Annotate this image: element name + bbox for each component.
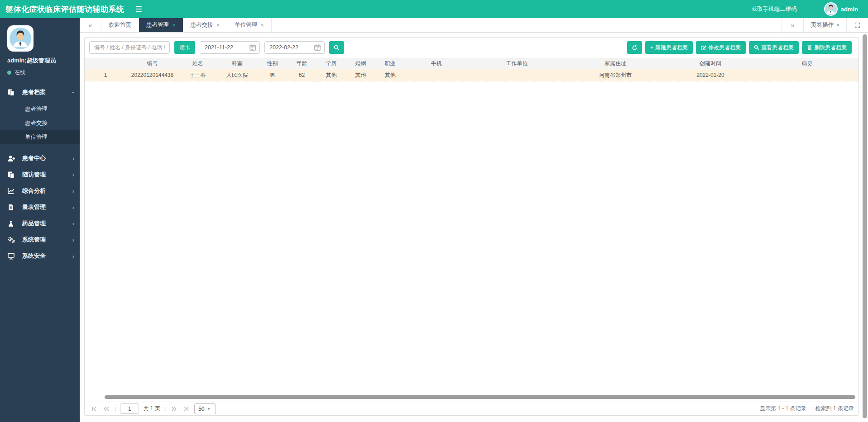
scroll-tabs-left-button[interactable]: « [80,18,101,32]
horizontal-scrollbar[interactable] [105,395,855,399]
col-header[interactable]: 科室 [217,58,258,69]
edit-patient-button[interactable]: 修改患者档案 [696,41,746,54]
first-page-button[interactable] [90,405,98,413]
menu-label: 患者档案 [22,88,46,96]
col-header[interactable]: 家庭住址 [566,58,665,69]
sidebar-item-system-security[interactable]: 系统安全 › [0,248,80,264]
edit-patient-label: 修改患者档案 [708,44,741,52]
col-header[interactable]: 学历 [317,58,346,69]
sidebar-item-analysis[interactable]: 综合分析 › [0,183,80,199]
sidebar-toggle-icon[interactable]: ☰ [135,5,142,13]
sidebar-item-followup-manage[interactable]: 随访管理 › [0,166,80,183]
topbar-username[interactable]: admin [841,6,858,13]
col-header[interactable]: 姓名 [178,58,217,69]
col-header[interactable]: 职业 [375,58,405,69]
fullscreen-button[interactable] [846,18,868,32]
prev-page-icon [103,406,110,412]
read-card-button[interactable]: 读卡 [174,41,195,54]
cell: 20220120144438 [126,69,178,81]
col-header[interactable]: 创建时间 [665,58,756,69]
sidebar-item-patient-center[interactable]: 患者中心 › [0,150,80,166]
sidebar-item-system-manage[interactable]: 系统管理 › [0,232,80,248]
sidebar-subitem-unit-manage[interactable]: 单位管理 [0,130,80,144]
cell: 男 [258,69,287,81]
prev-page-button[interactable] [102,405,110,413]
create-patient-button[interactable]: + 新建患者档案 [645,41,693,54]
double-left-icon: « [89,22,92,29]
file-lines-icon [8,204,15,211]
page-size-value: 50 [198,406,204,412]
col-header[interactable]: 年龄 [287,58,317,69]
app-window: { "glyphs": { "hamburger": "☰", "chevron… [0,0,868,422]
date-to-input[interactable]: 2022-02-22 [264,41,325,54]
submenu-label: 单位管理 [25,134,48,140]
plus-icon: + [650,44,653,51]
sidebar-subitem-patient-handover[interactable]: 患者交接 [0,116,80,130]
tab-welcome[interactable]: 欢迎首页 [101,18,139,32]
patient-table: 编号 姓名 科室 性别 年龄 学历 婚姻 职业 手机 工作单位 家庭住址 创建时… [85,58,858,81]
sidebar-subitem-patient-manage[interactable]: 患者管理 [0,102,80,116]
scroll-tabs-right-button[interactable]: » [782,18,803,32]
user-avatar[interactable] [824,2,838,16]
sidebar-item-drug-manage[interactable]: 药品管理 › [0,215,80,232]
sidebar-menu: 患者档案 › 患者管理 患者交接 单位管理 患者中心 › 随访管 [0,82,80,264]
tab-patient-manage[interactable]: 患者管理 × [139,18,183,32]
vertical-scrollbar[interactable] [863,34,867,418]
last-page-button[interactable] [182,405,190,413]
online-status-dot [7,71,11,75]
chevron-right-icon: › [72,156,74,161]
total-pages-label: 共 1 页 [143,405,160,413]
menu-label: 综合分析 [22,187,46,195]
toolbar: 读卡 2021-11-22 2022-02-22 [85,38,858,58]
paste-icon [8,89,15,96]
delete-patient-button[interactable]: 删除患者档案 [802,41,852,54]
next-page-button[interactable] [170,405,178,413]
cell: 河南省郑州市 [566,69,665,81]
col-header[interactable]: 病史 [756,58,858,69]
app-title: 躯体化症状临床评估随访辅助系统 [0,4,125,14]
trash-icon [807,45,812,50]
cell: 其他 [375,69,405,81]
search-button[interactable] [329,41,344,54]
close-icon[interactable]: × [216,22,220,28]
menu-label: 药品管理 [22,219,46,228]
last-page-icon [183,406,189,412]
qr-code-link[interactable]: 获取手机端二维码 [752,5,797,13]
pagination-divider: | [164,405,166,412]
tab-unit-manage[interactable]: 单位管理 × [227,18,272,32]
page-number-input[interactable] [120,403,139,414]
sidebar-item-patient-archive[interactable]: 患者档案 › [0,84,80,100]
date-from-input[interactable]: 2021-11-22 [200,41,260,54]
view-patient-label: 查看患者档案 [761,44,794,52]
col-header[interactable]: 工作单位 [468,58,566,69]
cell: 其他 [317,69,346,81]
tab-patient-handover[interactable]: 患者交接 × [183,18,228,32]
menu-label: 系统管理 [22,236,46,244]
tab-actions-dropdown[interactable]: 页签操作 ▾ [803,18,846,32]
refresh-button[interactable] [627,41,642,54]
tabbar-spacer [272,18,782,32]
col-header[interactable]: 性别 [258,58,287,69]
search-input[interactable] [89,41,170,54]
sidebar-item-scale-manage[interactable]: 量表管理 › [0,199,80,215]
view-patient-button[interactable]: 查看患者档案 [749,41,799,54]
col-header[interactable]: 手机 [405,58,468,69]
cell [468,69,566,81]
date-to-value: 2022-02-22 [269,44,314,51]
chevron-right-icon: › [72,188,74,194]
table-row[interactable]: 1 20220120144438 王三春 人民医院 男 62 其他 其他 其他 … [85,69,858,81]
menu-label: 量表管理 [22,203,46,211]
tab-bar: « 欢迎首页 患者管理 × 患者交接 × 单位管理 × » 页签操作 ▾ [80,18,868,33]
calendar-icon [314,44,321,51]
chevron-right-icon: › [72,172,74,178]
date-from-value: 2021-11-22 [205,44,249,51]
col-header[interactable]: 婚姻 [346,58,375,69]
close-icon[interactable]: × [172,22,176,28]
double-right-icon: » [791,22,795,29]
close-icon[interactable]: × [260,22,264,28]
sidebar-profile: admin;超级管理员 在线 [0,18,80,82]
content-panel: 读卡 2021-11-22 2022-02-22 [84,37,859,416]
col-header[interactable]: 编号 [126,58,178,69]
page-size-select[interactable]: 50 ▾ [194,403,216,414]
tab-label: 单位管理 [235,21,257,29]
